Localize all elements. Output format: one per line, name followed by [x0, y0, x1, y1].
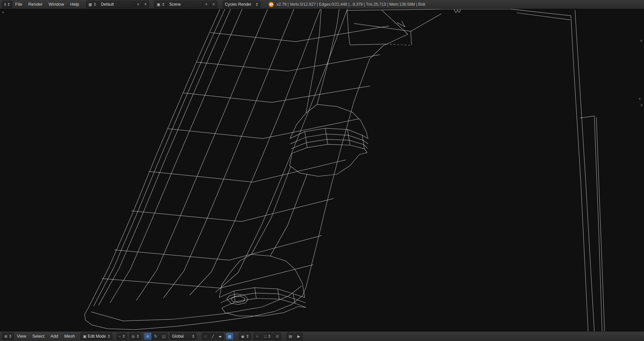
- snap-target-icon: ⊙: [276, 335, 279, 338]
- menu-item-select[interactable]: Select: [29, 332, 47, 341]
- add-layout-button[interactable]: +: [135, 1, 142, 8]
- shading-sphere-icon: ●: [119, 335, 121, 338]
- edge-select-icon: ╱: [212, 335, 214, 338]
- face-select-button[interactable]: ▰: [217, 333, 224, 340]
- proportional-editing-dropdown[interactable]: ◉: [239, 333, 251, 340]
- snap-target-button[interactable]: ⊙: [273, 333, 281, 340]
- snap-toggle-button[interactable]: ∩: [254, 333, 261, 340]
- view3d-editor-icon: ⊞: [4, 335, 7, 338]
- occlude-icon: ▩: [228, 335, 231, 338]
- view3d-header: ⊞ View Select Add Mesh ▣ Edit Mode ● ◎ ⊕…: [0, 331, 644, 341]
- pivot-point-dropdown[interactable]: ◎: [129, 333, 141, 340]
- manipulator-translate-button[interactable]: ⊕: [144, 333, 152, 340]
- menu-item-file[interactable]: File: [12, 0, 25, 9]
- chevron-updown-icon: [162, 3, 164, 6]
- manipulator-rotate-button[interactable]: ↻: [152, 333, 160, 340]
- snap-element-icon: □: [264, 335, 267, 338]
- scene-group: ▣ Scene + ×: [154, 1, 217, 8]
- screen-layout-value: Default: [101, 2, 114, 7]
- screen-layout-group: ▦ Default + ×: [86, 1, 149, 8]
- opengl-render-icon: ▤: [289, 335, 292, 338]
- layout-grid-icon: ▦: [89, 3, 92, 6]
- properties-expand-icon[interactable]: +: [638, 97, 641, 101]
- rotate-icon: ↻: [154, 335, 157, 338]
- select-mode-group: ∷ ╱ ▰: [202, 333, 224, 340]
- info-header: ℹ File Render Window Help ▦ Default + × …: [0, 0, 644, 9]
- properties-region-tab-icon[interactable]: ≡: [640, 39, 642, 43]
- edge-select-button[interactable]: ╱: [209, 333, 216, 340]
- toolshelf-expand-icon[interactable]: +: [2, 10, 4, 14]
- wireframe-mesh[interactable]: [0, 9, 644, 332]
- editor-type-selector[interactable]: ℹ: [2, 1, 12, 8]
- screen-layout-icon-button[interactable]: ▦: [86, 1, 98, 8]
- region-handle-icon[interactable]: ≡: [641, 103, 643, 107]
- render-engine-dropdown[interactable]: Cycles Render: [223, 1, 260, 8]
- chevron-updown-icon: [268, 335, 270, 338]
- menu-item-mesh[interactable]: Mesh: [61, 332, 78, 341]
- menu-item-window[interactable]: Window: [46, 0, 67, 9]
- mode-dropdown[interactable]: ▣ Edit Mode: [80, 333, 112, 340]
- chevron-updown-icon: [137, 335, 139, 338]
- info-editor-icon: ℹ: [4, 3, 6, 6]
- scene-statistics: v2.79 | Verts:0/12,927 | Edges:0/22,448 …: [277, 2, 425, 7]
- opengl-render-anim-button[interactable]: ▶: [295, 333, 303, 340]
- add-scene-button[interactable]: +: [203, 1, 210, 8]
- chevron-updown-icon: [9, 335, 11, 338]
- scene-icon-button[interactable]: ▣: [154, 1, 166, 8]
- opengl-render-button[interactable]: ▤: [286, 333, 294, 340]
- manipulator-group: ⊕ ↻ ◱: [144, 333, 168, 340]
- editor-type-selector[interactable]: ⊞: [2, 333, 14, 340]
- menu-item-help[interactable]: Help: [67, 0, 82, 9]
- chevron-updown-icon: [108, 335, 110, 338]
- proportional-editing-icon: ◉: [241, 335, 245, 338]
- chevron-updown-icon: [94, 3, 96, 6]
- chevron-updown-icon: [123, 335, 125, 338]
- chevron-updown-icon: [247, 335, 249, 338]
- render-engine-value: Cycles Render: [225, 2, 252, 7]
- opengl-render-anim-icon: ▶: [297, 335, 300, 338]
- chevron-updown-icon: [256, 3, 258, 6]
- vertex-select-button[interactable]: ∷: [202, 333, 209, 340]
- edit-mode-icon: ▣: [83, 335, 86, 338]
- close-layout-button[interactable]: ×: [142, 1, 149, 8]
- chevron-updown-icon: [8, 3, 10, 6]
- menu-item-add[interactable]: Add: [47, 332, 61, 341]
- orientation-value: Global: [172, 334, 184, 339]
- viewport-3d[interactable]: + ≡ + ≡: [0, 9, 644, 332]
- menu-item-view[interactable]: View: [14, 332, 29, 341]
- pivot-icon: ◎: [131, 335, 135, 338]
- translate-icon: ⊕: [146, 335, 149, 338]
- scene-icon: ▣: [157, 3, 160, 6]
- vertex-select-icon: ∷: [204, 335, 207, 338]
- screen-layout-dropdown[interactable]: Default: [99, 1, 134, 8]
- scale-icon: ◱: [162, 335, 165, 338]
- menu-item-render[interactable]: Render: [25, 0, 46, 9]
- chevron-updown-icon: [192, 335, 194, 338]
- close-scene-button[interactable]: ×: [210, 1, 217, 8]
- blender-logo-icon: [268, 2, 274, 7]
- magnet-icon: ∩: [256, 335, 259, 338]
- manipulator-scale-button[interactable]: ◱: [160, 333, 168, 340]
- scene-dropdown[interactable]: Scene: [167, 1, 203, 8]
- occlude-geometry-button[interactable]: ▩: [226, 333, 233, 340]
- mode-value: Edit Mode: [88, 334, 106, 339]
- viewport-shading-dropdown[interactable]: ●: [116, 333, 127, 340]
- snap-element-dropdown[interactable]: □: [262, 333, 273, 340]
- face-select-icon: ▰: [219, 335, 221, 338]
- transform-orientation-dropdown[interactable]: Global: [170, 333, 197, 340]
- scene-value: Scene: [169, 2, 181, 7]
